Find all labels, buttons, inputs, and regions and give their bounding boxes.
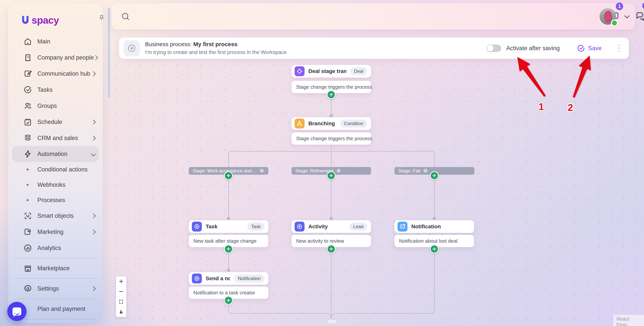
- annotation-number-2: 2: [568, 102, 573, 113]
- annotation-arrow-1: [517, 57, 546, 97]
- annotation-number-1: 1: [538, 101, 544, 112]
- annotation-arrows: [0, 0, 644, 326]
- annotation-arrow-2: [573, 55, 591, 98]
